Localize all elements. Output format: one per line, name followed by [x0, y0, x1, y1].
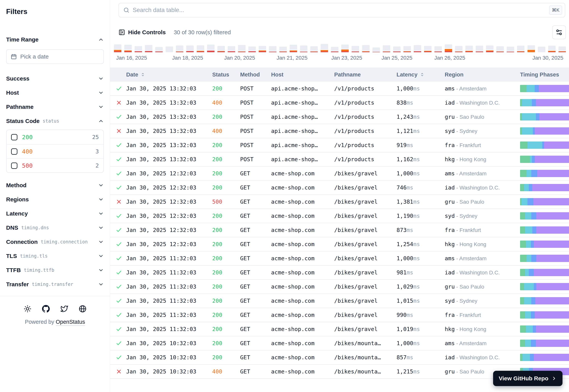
table-row[interactable]: Jan 30, 2025 13:32:03 200 POST api.acme-…	[110, 110, 569, 124]
timeline-bar[interactable]	[269, 46, 277, 52]
timeline-bar[interactable]	[124, 45, 132, 52]
timeline-bar[interactable]	[362, 45, 370, 52]
timeline-bar[interactable]	[445, 44, 452, 52]
github-link[interactable]	[42, 305, 50, 313]
timeline-bar[interactable]	[527, 45, 535, 52]
timeline-bar[interactable]	[548, 46, 556, 52]
cell-method: POST	[237, 99, 268, 106]
timeline-bar[interactable]	[279, 47, 287, 52]
table-row[interactable]: Jan 30, 2025 11:32:03 200 GET acme-shop.…	[110, 322, 569, 336]
filter-section-ttfb[interactable]: TTFB timing.ttfb	[6, 263, 104, 277]
timeline-bar[interactable]	[114, 44, 121, 52]
timeline-bar[interactable]	[341, 44, 349, 52]
table-row[interactable]: Jan 30, 2025 12:32:03 200 GET acme-shop.…	[110, 237, 569, 252]
phase-tls	[529, 269, 534, 276]
hide-controls-button[interactable]: Hide Controls	[119, 29, 166, 36]
phase-tls	[531, 170, 537, 177]
table-row[interactable]: Jan 30, 2025 13:32:03 400 POST api.acme-…	[110, 96, 569, 110]
date-picker-button[interactable]: Pick a date	[6, 49, 104, 64]
search-input[interactable]	[133, 7, 546, 14]
checkbox[interactable]	[11, 134, 17, 140]
timeline-bar[interactable]	[321, 44, 328, 52]
timeline-bar[interactable]	[176, 45, 183, 52]
column-header-date[interactable]: Date	[123, 71, 209, 78]
timeline-bar[interactable]	[383, 45, 390, 52]
timeline-bar[interactable]	[393, 46, 401, 52]
timeline-bar[interactable]	[248, 46, 256, 52]
timeline-bar[interactable]	[166, 46, 173, 52]
filter-section-tls[interactable]: TLS timing.tls	[6, 249, 104, 263]
timeline-bar[interactable]	[496, 46, 504, 52]
table-row[interactable]: Jan 30, 2025 11:32:03 200 GET acme-shop.…	[110, 294, 569, 308]
table-row[interactable]: Jan 30, 2025 10:32:03 200 GET acme-shop.…	[110, 336, 569, 350]
view-github-repo-button[interactable]: View GitHub Repo	[493, 371, 563, 386]
checkbox[interactable]	[11, 163, 17, 169]
timeline-bar[interactable]	[507, 47, 514, 52]
column-header-latency[interactable]: Latency	[393, 71, 442, 78]
timeline-bar[interactable]	[403, 46, 411, 52]
timeline-bar[interactable]	[558, 46, 566, 52]
table-row[interactable]: Jan 30, 2025 11:32:03 200 GET acme-shop.…	[110, 308, 569, 322]
timeline-bar[interactable]	[465, 46, 473, 52]
timeline-bar[interactable]	[455, 46, 462, 52]
timeline-chart[interactable]: Jan 16, 2025Jan 18, 2025Jan 20, 2025Jan …	[110, 39, 569, 63]
timeline-bar[interactable]	[207, 44, 215, 52]
website-link[interactable]	[78, 305, 87, 313]
status-option-200[interactable]: 200 25	[6, 130, 103, 144]
timeline-bar[interactable]	[228, 46, 235, 52]
timeline-bar[interactable]	[217, 46, 225, 52]
table-row[interactable]: Jan 30, 2025 11:32:03 200 GET acme-shop.…	[110, 280, 569, 294]
filter-section-time-range[interactable]: Time Range	[6, 32, 104, 47]
timeline-bar[interactable]	[300, 45, 307, 52]
filter-section-success[interactable]: Success	[6, 71, 104, 86]
timeline-bar[interactable]	[310, 46, 318, 52]
timeline-bar[interactable]	[331, 47, 338, 52]
table-row[interactable]: Jan 30, 2025 12:32:03 200 GET acme-shop.…	[110, 223, 569, 237]
timeline-bar[interactable]	[197, 45, 204, 52]
timeline-bar[interactable]	[476, 46, 483, 52]
timeline-bar[interactable]	[290, 45, 297, 52]
timeline-bar[interactable]	[238, 45, 246, 52]
timeline-bar[interactable]	[352, 46, 359, 52]
timeline-bar[interactable]	[517, 46, 525, 52]
timeline-bar[interactable]	[424, 46, 431, 52]
status-option-500[interactable]: 500 2	[6, 158, 103, 172]
table-row[interactable]: Jan 30, 2025 11:32:03 200 GET acme-shop.…	[110, 252, 569, 266]
table-row[interactable]: Jan 30, 2025 13:32:03 200 POST api.acme-…	[110, 152, 569, 167]
table-row[interactable]: Jan 30, 2025 12:32:03 200 GET acme-shop.…	[110, 181, 569, 195]
timeline-bar[interactable]	[135, 46, 142, 52]
filter-section-host[interactable]: Host	[6, 86, 104, 100]
filter-section-regions[interactable]: Regions	[6, 192, 104, 207]
table-row[interactable]: Jan 30, 2025 13:32:03 200 POST api.acme-…	[110, 82, 569, 96]
checkbox[interactable]	[11, 148, 17, 155]
timeline-bar[interactable]	[434, 46, 442, 52]
timeline-bar[interactable]	[414, 45, 421, 52]
table-row[interactable]: Jan 30, 2025 12:32:03 500 GET acme-shop.…	[110, 195, 569, 209]
status-option-400[interactable]: 400 3	[6, 144, 103, 158]
openstatus-link[interactable]: OpenStatus	[56, 319, 85, 326]
timeline-bar[interactable]	[538, 47, 545, 52]
timeline-bar[interactable]	[373, 47, 380, 52]
filter-section-status-code[interactable]: Status Code status	[6, 114, 104, 128]
filter-section-method[interactable]: Method	[6, 178, 104, 192]
theme-toggle-button[interactable]	[23, 305, 32, 313]
table-row[interactable]: Jan 30, 2025 10:32:03 200 GET acme-shop.…	[110, 350, 569, 365]
cell-status: 200	[209, 113, 237, 120]
timeline-bar[interactable]	[145, 45, 153, 52]
table-row[interactable]: Jan 30, 2025 12:32:03 200 GET acme-shop.…	[110, 167, 569, 181]
timeline-bar[interactable]	[186, 45, 194, 52]
filter-section-latency[interactable]: Latency	[6, 207, 104, 221]
filter-section-pathname[interactable]: Pathname	[6, 100, 104, 114]
table-row[interactable]: Jan 30, 2025 11:32:03 200 GET acme-shop.…	[110, 266, 569, 280]
view-options-button[interactable]	[552, 26, 566, 39]
filter-section-transfer[interactable]: Transfer timing.transfer	[6, 277, 104, 291]
timeline-bar[interactable]	[259, 46, 266, 52]
filter-section-connection[interactable]: Connection timing.connection	[6, 235, 104, 249]
filter-section-dns[interactable]: DNS timing.dns	[6, 221, 104, 235]
timeline-bar[interactable]	[155, 47, 163, 52]
twitter-link[interactable]	[60, 305, 69, 313]
table-row[interactable]: Jan 30, 2025 12:32:03 200 GET acme-shop.…	[110, 209, 569, 223]
table-row[interactable]: Jan 30, 2025 13:32:03 400 POST api.acme-…	[110, 124, 569, 138]
timeline-bar[interactable]	[486, 45, 493, 52]
table-row[interactable]: Jan 30, 2025 13:32:03 200 POST api.acme-…	[110, 138, 569, 152]
